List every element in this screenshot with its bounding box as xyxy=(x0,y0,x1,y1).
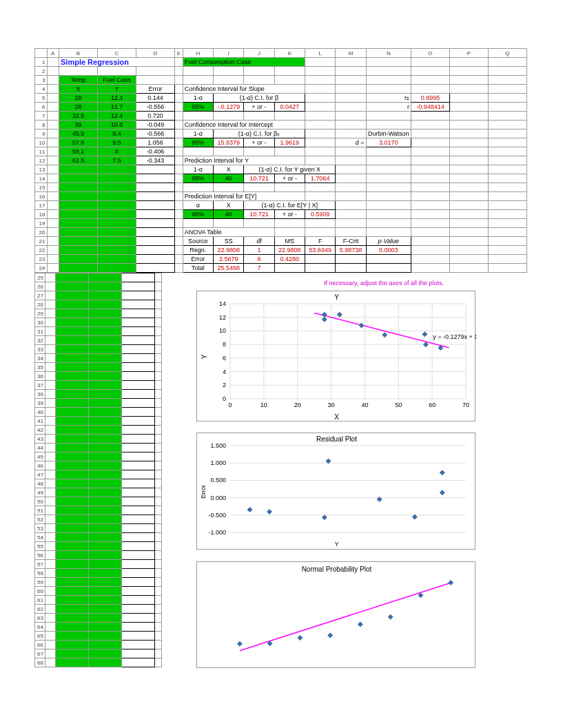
col-P: P xyxy=(449,49,488,58)
hdr-error: Error xyxy=(136,85,175,94)
col-K: K xyxy=(274,49,305,58)
data-y-1: 11.7 xyxy=(98,103,136,112)
data-y-0: 12.4 xyxy=(98,94,136,103)
anova-h-0: Source xyxy=(183,237,213,246)
hdr-temp: Temp xyxy=(59,76,98,85)
col-M: M xyxy=(336,49,366,58)
anova-h-4: F xyxy=(305,237,335,246)
pi-y-h1: 1-α xyxy=(183,165,213,174)
ci-slope-hi: 0.0427 xyxy=(274,103,305,112)
col-A: A xyxy=(47,49,59,58)
ci-slope-h1: 1-α xyxy=(183,94,213,103)
svg-marker-77 xyxy=(448,580,453,585)
svg-marker-38 xyxy=(382,332,387,337)
col-H: H xyxy=(183,49,213,58)
anova-0-5: 5.98738 xyxy=(336,246,366,255)
svg-text:6: 6 xyxy=(223,355,226,362)
anova-0-0: Regn. xyxy=(183,246,213,255)
data-x-7: 62.5 xyxy=(59,156,98,165)
svg-text:-1.000: -1.000 xyxy=(208,529,226,536)
anova-0-3: 22.9808 xyxy=(274,246,305,255)
col-D: D xyxy=(136,49,175,58)
data-x-4: 45.9 xyxy=(59,129,98,138)
pi-y-hi: 1.7064 xyxy=(305,174,335,183)
data-y-3: 10.8 xyxy=(98,121,136,129)
hdr-y: Y xyxy=(98,85,136,94)
pi-y-lo: 10.721 xyxy=(244,174,274,183)
ci-int-mid: + or - xyxy=(244,138,274,147)
hdr-x: X xyxy=(59,85,98,94)
case-title: Fuel Consumption Case xyxy=(183,58,305,67)
svg-text:0.000: 0.000 xyxy=(210,495,226,501)
pi-ey-h3: (1-α) C.I. for E[Y | X] xyxy=(244,201,336,210)
col-Q: Q xyxy=(488,49,526,58)
svg-marker-39 xyxy=(422,331,427,337)
anova-0-6: 0.0003 xyxy=(366,246,411,255)
r-value: -0.948414 xyxy=(411,103,449,112)
anova-0-1: 22.9808 xyxy=(213,246,243,255)
svg-text:4: 4 xyxy=(223,368,226,375)
pi-ey-hi: 0.5909 xyxy=(305,210,335,219)
anova-2-0: Total xyxy=(183,264,213,273)
ci-slope-h2: (1-α) C.I. for β xyxy=(213,94,305,103)
col-N: N xyxy=(366,49,411,58)
svg-text:Y: Y xyxy=(201,354,208,359)
data-e-2: 0.720 xyxy=(136,112,175,121)
col-O: O xyxy=(411,49,449,58)
data-x-6: 58.1 xyxy=(59,147,98,156)
col-J: J xyxy=(244,49,274,58)
data-x-5: 57.8 xyxy=(59,138,98,147)
hdr-fuel: Fuel Cons xyxy=(98,76,136,85)
residual-plot: -1.000-0.5000.0000.5001.0001.500Residual… xyxy=(196,433,475,550)
pi-y-label: Prediction Interval for Y xyxy=(183,156,305,165)
anova-1-1: 2.5679 xyxy=(213,255,243,264)
anova-h-6: p-Value xyxy=(366,237,411,246)
svg-text:y =  -0.1279x + 15.8379: y = -0.1279x + 15.8379 xyxy=(433,333,476,340)
col-E: E xyxy=(175,49,183,58)
svg-text:10: 10 xyxy=(260,402,267,408)
spreadsheet-grid: A B C D E H I J K L M N O P Q 1 Simple R… xyxy=(34,48,527,273)
data-y-5: 9.5 xyxy=(98,138,136,147)
data-e-4: -0.566 xyxy=(136,129,175,138)
ci-int-h1: 1-α xyxy=(183,129,213,138)
anova-2-1: 25.5488 xyxy=(213,264,243,273)
svg-text:1.500: 1.500 xyxy=(210,442,226,449)
svg-line-69 xyxy=(240,583,451,651)
svg-text:14: 14 xyxy=(219,300,226,307)
svg-marker-74 xyxy=(358,621,363,627)
svg-text:12: 12 xyxy=(219,314,226,321)
anova-h-1: SS xyxy=(213,237,243,246)
anova-label: ANOVA Table xyxy=(183,228,274,237)
svg-marker-73 xyxy=(327,632,333,638)
anova-0-2: 1 xyxy=(244,246,274,255)
ci-slope-mid: + or - xyxy=(244,103,274,112)
pi-ey-h2: X xyxy=(213,201,243,210)
pi-ey-label: Prediction Interval for E[Y] xyxy=(183,192,305,201)
pi-y-x: 40 xyxy=(213,174,243,183)
svg-marker-62 xyxy=(322,514,327,520)
pi-ey-h1: α xyxy=(183,201,213,210)
anova-h-2: df xyxy=(244,237,274,246)
svg-text:Error: Error xyxy=(200,485,207,499)
page-title: Simple Regression xyxy=(59,58,175,67)
col-I: I xyxy=(213,49,243,58)
svg-text:30: 30 xyxy=(328,402,335,408)
ci-slope-label: Confidence Interval for Slope xyxy=(183,85,305,94)
pi-ey-mid: + or - xyxy=(274,210,305,219)
data-y-6: 8 xyxy=(98,147,136,156)
scatter-plot-y: 02468101214010203040506070YXYy = -0.1279… xyxy=(196,291,475,422)
anova-1-0: Error xyxy=(183,255,213,264)
dw-value: 3.0170 xyxy=(366,138,411,147)
r2-label: r₂ xyxy=(366,94,411,103)
anova-1-2: 6 xyxy=(244,255,274,264)
svg-text:Y: Y xyxy=(334,293,339,301)
data-x-2: 32.5 xyxy=(59,112,98,121)
ci-intercept-label: Confidence Interval for Intercept xyxy=(183,121,305,129)
ci-int-h2: (1-α) C.I. for β₀ xyxy=(213,129,305,138)
svg-text:50: 50 xyxy=(395,402,402,408)
svg-text:70: 70 xyxy=(462,402,469,408)
pi-y-h3: (1-α) C.I. for Y given X xyxy=(244,165,336,174)
pi-ey-lo: 10.721 xyxy=(244,210,274,219)
anova-2-2: 7 xyxy=(244,264,274,273)
data-y-2: 12.4 xyxy=(98,112,136,121)
